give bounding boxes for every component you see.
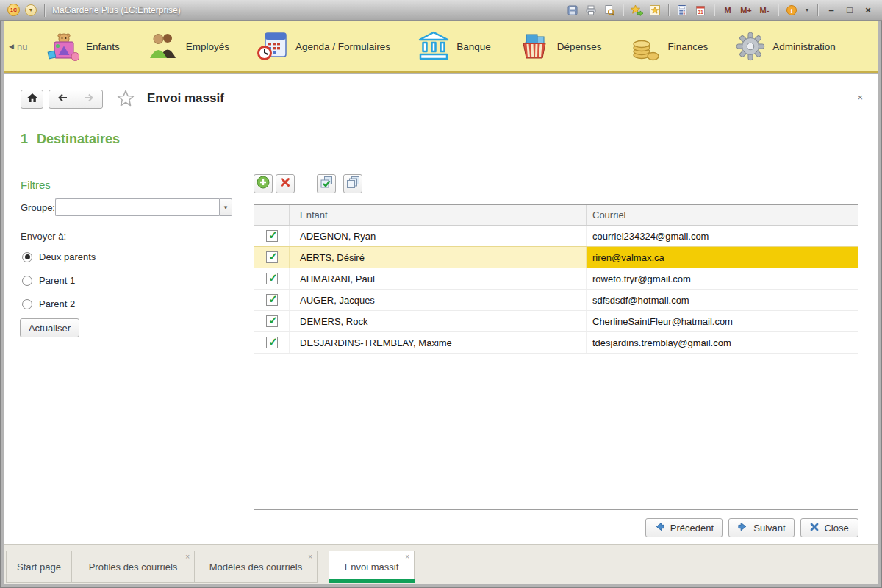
cell-enfant[interactable]: ADEGNON, Ryan bbox=[290, 226, 587, 246]
recipients-table: Enfant Courriel ✓ ADEGNON, Ryan courriel… bbox=[254, 204, 858, 510]
checkbox-check: ✓ bbox=[268, 336, 278, 347]
print-preview-icon[interactable] bbox=[603, 4, 616, 16]
cell-courriel[interactable]: riren@valmax.ca bbox=[587, 247, 858, 268]
table-row[interactable]: ✓ ADEGNON, Ryan courriel234324@gmail.com bbox=[254, 226, 858, 247]
back-button[interactable] bbox=[49, 90, 76, 108]
actualiser-button[interactable]: Actualiser bbox=[20, 318, 79, 337]
header-enfant[interactable]: Enfant bbox=[290, 205, 587, 225]
basket-icon bbox=[518, 30, 551, 62]
groupe-dropdown-button[interactable]: ▾ bbox=[219, 198, 232, 216]
radio-parent-2[interactable]: Parent 2 bbox=[22, 298, 75, 309]
app-window: 1C ▾ MaGarderie Plus (1C:Enterprise) bbox=[0, 0, 882, 588]
checkbox-check: ✓ bbox=[268, 251, 278, 262]
add-favorite-icon[interactable] bbox=[630, 4, 643, 16]
radio-parent-1[interactable]: Parent 1 bbox=[22, 275, 75, 286]
nav-item-banque[interactable]: Banque bbox=[417, 30, 491, 62]
info-caret-button[interactable]: ▾ bbox=[803, 4, 811, 16]
minimize-button[interactable]: – bbox=[825, 4, 838, 15]
row-checkbox[interactable]: ✓ bbox=[266, 315, 278, 327]
cell-enfant[interactable]: DESJARDINS-TREMBLAY, Maxime bbox=[290, 332, 587, 353]
nav-item-employes[interactable]: Employés bbox=[147, 30, 229, 62]
tab-label: Start page bbox=[17, 562, 61, 573]
favorites-icon[interactable] bbox=[648, 4, 662, 16]
nav-item-finances[interactable]: Finances bbox=[628, 30, 708, 62]
memory-m-button[interactable]: M bbox=[721, 4, 734, 16]
window-close-button[interactable]: × bbox=[861, 4, 875, 15]
info-icon[interactable]: i bbox=[785, 4, 798, 16]
add-icon bbox=[256, 175, 270, 193]
close-button[interactable]: Close bbox=[800, 518, 858, 537]
row-checkbox[interactable]: ✓ bbox=[266, 230, 278, 242]
nav-label: Dépenses bbox=[557, 41, 602, 52]
row-checkbox[interactable]: ✓ bbox=[266, 273, 278, 284]
cell-courriel[interactable]: tdesjardins.tremblay@gmail.com bbox=[587, 332, 858, 353]
tab-envoi-massif[interactable]: Envoi massif × bbox=[329, 551, 415, 583]
memory-m-plus-button[interactable]: M+ bbox=[739, 4, 753, 16]
table-row[interactable]: ✓ AERTS, Désiré riren@valmax.ca bbox=[254, 246, 858, 268]
envoyer-label: Envoyer à: bbox=[21, 231, 66, 242]
tab-close-icon[interactable]: × bbox=[405, 553, 409, 561]
nav-label: Administration bbox=[772, 41, 836, 52]
row-checkbox[interactable]: ✓ bbox=[266, 337, 278, 348]
cell-enfant[interactable]: DEMERS, Rock bbox=[290, 311, 587, 331]
window-title: MaGarderie Plus (1C:Enterprise) bbox=[52, 5, 181, 15]
nav-label: Finances bbox=[667, 41, 708, 52]
save-icon[interactable] bbox=[566, 4, 579, 16]
main-navbar: ◀ nu Enfants Employés Agenda / Formulair… bbox=[4, 21, 878, 73]
tab-modeles-courriels[interactable]: Modèles des courriels × bbox=[195, 551, 318, 583]
home-button[interactable] bbox=[21, 90, 43, 109]
forward-button[interactable] bbox=[76, 90, 103, 108]
radio-deux-parents[interactable]: Deux parents bbox=[22, 251, 96, 262]
calculator-icon[interactable] bbox=[675, 4, 689, 16]
cell-courriel[interactable]: CherlineSaintFleur@hatmail.com bbox=[587, 311, 858, 331]
add-button[interactable] bbox=[254, 174, 273, 193]
memory-m-minus-button[interactable]: M- bbox=[758, 4, 771, 16]
header-courriel[interactable]: Courriel bbox=[587, 205, 858, 225]
row-checkbox[interactable]: ✓ bbox=[266, 251, 278, 263]
cell-enfant[interactable]: AERTS, Désiré bbox=[290, 247, 587, 268]
cell-enfant[interactable]: AHMARANI, Paul bbox=[290, 268, 587, 289]
groupe-input[interactable] bbox=[55, 198, 219, 216]
uncheck-all-icon-button[interactable] bbox=[343, 174, 362, 193]
copy-squares-icon bbox=[345, 174, 361, 193]
print-icon[interactable] bbox=[584, 4, 598, 16]
system-menu-button[interactable]: ▾ bbox=[25, 4, 37, 16]
suivant-button[interactable]: Suivant bbox=[728, 518, 795, 537]
arrow-right-icon bbox=[737, 521, 748, 534]
tab-close-icon[interactable]: × bbox=[185, 553, 190, 561]
cell-courriel[interactable]: sdfsdsdf@hotmail.com bbox=[587, 290, 858, 310]
table-row[interactable]: ✓ DEMERS, Rock CherlineSaintFleur@hatmai… bbox=[254, 311, 858, 332]
section-title: 1Destinataires bbox=[21, 132, 120, 147]
table-row[interactable]: ✓ AUGER, Jacques sdfsdsdf@hotmail.com bbox=[254, 290, 858, 311]
maximize-button[interactable]: □ bbox=[843, 4, 856, 15]
menu-collapse-button[interactable]: ◀ nu bbox=[9, 41, 47, 52]
check-all-button[interactable] bbox=[317, 174, 336, 193]
page-close-button[interactable]: × bbox=[857, 92, 863, 103]
tab-label: Profiles des courriels bbox=[89, 562, 178, 573]
table-row[interactable]: ✓ AHMARANI, Paul roweto.tryr@gmail.com bbox=[254, 268, 858, 290]
tab-close-icon[interactable]: × bbox=[308, 553, 312, 561]
section-number: 1 bbox=[21, 132, 28, 146]
titlebar-separator bbox=[817, 4, 818, 16]
favorite-star-icon[interactable] bbox=[116, 89, 135, 111]
nav-item-depenses[interactable]: Dépenses bbox=[518, 30, 602, 62]
back-arrow-icon bbox=[57, 93, 68, 106]
tab-start-page[interactable]: Start page bbox=[6, 551, 72, 583]
header-checkbox-column[interactable] bbox=[254, 205, 290, 225]
titlebar-separator bbox=[778, 4, 778, 16]
nav-item-administration[interactable]: Administration bbox=[735, 31, 836, 62]
nav-item-agenda[interactable]: Agenda / Formulaires bbox=[257, 30, 390, 62]
coins-icon bbox=[628, 30, 661, 62]
nav-item-enfants[interactable]: Enfants bbox=[47, 30, 120, 62]
tab-profiles-courriels[interactable]: Profiles des courriels × bbox=[72, 551, 195, 583]
row-checkbox[interactable]: ✓ bbox=[266, 294, 278, 306]
caret-down-icon: ▾ bbox=[224, 204, 228, 211]
precedent-button[interactable]: Précedent bbox=[645, 518, 723, 537]
delete-button[interactable] bbox=[276, 174, 295, 193]
cell-courriel[interactable]: courriel234324@gmail.com bbox=[587, 226, 858, 246]
calendar-icon[interactable]: 31 bbox=[694, 4, 707, 16]
cell-courriel[interactable]: roweto.tryr@gmail.com bbox=[587, 268, 858, 289]
cell-enfant[interactable]: AUGER, Jacques bbox=[290, 290, 587, 310]
table-row[interactable]: ✓ DESJARDINS-TREMBLAY, Maxime tdesjardin… bbox=[254, 332, 858, 354]
caret-down-icon: ▾ bbox=[806, 7, 808, 13]
